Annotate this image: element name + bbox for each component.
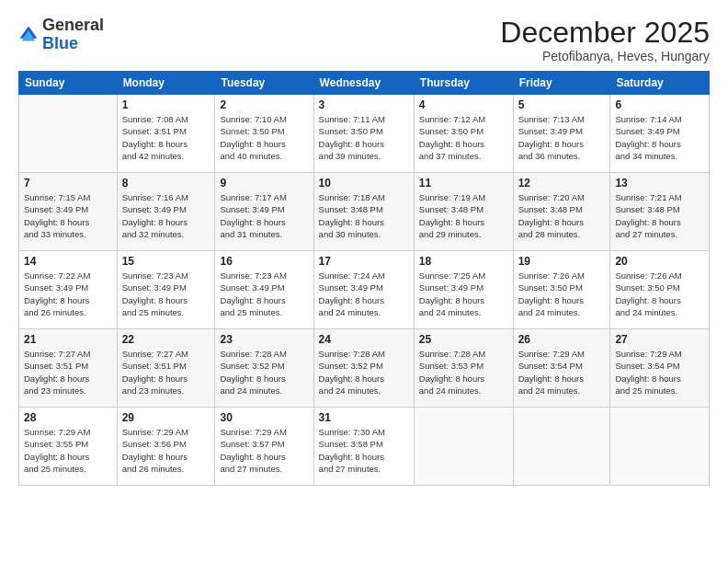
day-number: 15 bbox=[122, 255, 210, 268]
day-info: Sunrise: 7:23 AM Sunset: 3:49 PM Dayligh… bbox=[122, 270, 210, 318]
calendar-cell: 15Sunrise: 7:23 AM Sunset: 3:49 PM Dayli… bbox=[117, 251, 215, 329]
calendar-header: SundayMondayTuesdayWednesdayThursdayFrid… bbox=[19, 72, 710, 95]
location-subtitle: Petofibanya, Heves, Hungary bbox=[500, 49, 710, 63]
week-row-2: 14Sunrise: 7:22 AM Sunset: 3:49 PM Dayli… bbox=[19, 251, 710, 329]
calendar-body: 1Sunrise: 7:08 AM Sunset: 3:51 PM Daylig… bbox=[19, 95, 710, 486]
day-info: Sunrise: 7:10 AM Sunset: 3:50 PM Dayligh… bbox=[220, 113, 308, 162]
day-number: 9 bbox=[220, 177, 308, 190]
day-number: 3 bbox=[319, 98, 409, 111]
calendar-cell: 10Sunrise: 7:18 AM Sunset: 3:48 PM Dayli… bbox=[313, 173, 414, 251]
logo-icon bbox=[18, 25, 39, 45]
calendar-cell: 20Sunrise: 7:26 AM Sunset: 3:50 PM Dayli… bbox=[610, 251, 710, 329]
weekday-header-saturday: Saturday bbox=[610, 72, 710, 95]
day-number: 6 bbox=[615, 98, 704, 111]
calendar-cell: 3Sunrise: 7:11 AM Sunset: 3:50 PM Daylig… bbox=[313, 95, 414, 173]
day-info: Sunrise: 7:27 AM Sunset: 3:51 PM Dayligh… bbox=[24, 348, 112, 396]
calendar-cell: 13Sunrise: 7:21 AM Sunset: 3:48 PM Dayli… bbox=[610, 173, 710, 251]
week-row-4: 28Sunrise: 7:29 AM Sunset: 3:55 PM Dayli… bbox=[19, 408, 710, 486]
calendar-cell: 21Sunrise: 7:27 AM Sunset: 3:51 PM Dayli… bbox=[19, 329, 118, 408]
calendar-cell bbox=[610, 408, 710, 486]
calendar-cell: 31Sunrise: 7:30 AM Sunset: 3:58 PM Dayli… bbox=[313, 408, 414, 486]
calendar-cell: 1Sunrise: 7:08 AM Sunset: 3:51 PM Daylig… bbox=[117, 95, 215, 173]
calendar-cell: 24Sunrise: 7:28 AM Sunset: 3:52 PM Dayli… bbox=[313, 329, 414, 408]
day-number: 29 bbox=[122, 411, 210, 424]
day-info: Sunrise: 7:16 AM Sunset: 3:49 PM Dayligh… bbox=[122, 191, 210, 240]
day-info: Sunrise: 7:29 AM Sunset: 3:55 PM Dayligh… bbox=[24, 426, 112, 475]
day-info: Sunrise: 7:30 AM Sunset: 3:58 PM Dayligh… bbox=[319, 426, 409, 475]
day-info: Sunrise: 7:12 AM Sunset: 3:50 PM Dayligh… bbox=[419, 113, 508, 162]
day-info: Sunrise: 7:18 AM Sunset: 3:48 PM Dayligh… bbox=[319, 191, 409, 240]
day-number: 31 bbox=[319, 411, 409, 424]
day-number: 25 bbox=[419, 333, 508, 346]
logo-text: General Blue bbox=[42, 17, 104, 53]
calendar-cell bbox=[513, 408, 610, 486]
day-info: Sunrise: 7:28 AM Sunset: 3:53 PM Dayligh… bbox=[419, 348, 508, 396]
day-info: Sunrise: 7:11 AM Sunset: 3:50 PM Dayligh… bbox=[319, 113, 409, 162]
title-block: December 2025 Petofibanya, Heves, Hungar… bbox=[500, 17, 710, 63]
day-number: 18 bbox=[419, 255, 508, 268]
weekday-header-wednesday: Wednesday bbox=[313, 72, 414, 95]
calendar-cell: 6Sunrise: 7:14 AM Sunset: 3:49 PM Daylig… bbox=[610, 95, 710, 173]
day-number: 19 bbox=[518, 255, 606, 268]
calendar-cell: 29Sunrise: 7:29 AM Sunset: 3:56 PM Dayli… bbox=[117, 408, 215, 486]
calendar-cell: 19Sunrise: 7:26 AM Sunset: 3:50 PM Dayli… bbox=[513, 251, 610, 329]
weekday-header-tuesday: Tuesday bbox=[215, 72, 313, 95]
week-row-1: 7Sunrise: 7:15 AM Sunset: 3:49 PM Daylig… bbox=[19, 173, 710, 251]
weekday-header-sunday: Sunday bbox=[19, 72, 118, 95]
day-info: Sunrise: 7:20 AM Sunset: 3:48 PM Dayligh… bbox=[518, 191, 606, 240]
day-number: 12 bbox=[518, 177, 606, 190]
day-info: Sunrise: 7:28 AM Sunset: 3:52 PM Dayligh… bbox=[319, 348, 409, 396]
day-number: 20 bbox=[615, 255, 704, 268]
day-number: 23 bbox=[220, 333, 308, 346]
day-number: 30 bbox=[220, 411, 308, 424]
day-number: 27 bbox=[615, 333, 704, 346]
day-number: 2 bbox=[220, 98, 308, 111]
page: General Blue December 2025 Petofibanya, … bbox=[0, 0, 728, 563]
day-number: 8 bbox=[122, 177, 210, 190]
day-info: Sunrise: 7:26 AM Sunset: 3:50 PM Dayligh… bbox=[615, 270, 704, 318]
calendar-cell bbox=[414, 408, 513, 486]
day-number: 22 bbox=[122, 333, 210, 346]
calendar-cell: 2Sunrise: 7:10 AM Sunset: 3:50 PM Daylig… bbox=[215, 95, 313, 173]
week-row-0: 1Sunrise: 7:08 AM Sunset: 3:51 PM Daylig… bbox=[19, 95, 710, 173]
logo-general: General bbox=[42, 16, 104, 34]
day-info: Sunrise: 7:17 AM Sunset: 3:49 PM Dayligh… bbox=[220, 191, 308, 240]
day-info: Sunrise: 7:24 AM Sunset: 3:49 PM Dayligh… bbox=[319, 270, 409, 318]
calendar-cell: 30Sunrise: 7:29 AM Sunset: 3:57 PM Dayli… bbox=[215, 408, 313, 486]
calendar-cell: 18Sunrise: 7:25 AM Sunset: 3:49 PM Dayli… bbox=[414, 251, 513, 329]
day-number: 17 bbox=[319, 255, 409, 268]
day-number: 28 bbox=[24, 411, 112, 424]
day-info: Sunrise: 7:29 AM Sunset: 3:54 PM Dayligh… bbox=[518, 348, 606, 396]
calendar-cell: 8Sunrise: 7:16 AM Sunset: 3:49 PM Daylig… bbox=[117, 173, 215, 251]
day-number: 21 bbox=[24, 333, 112, 346]
calendar-cell: 25Sunrise: 7:28 AM Sunset: 3:53 PM Dayli… bbox=[414, 329, 513, 408]
weekday-header-thursday: Thursday bbox=[414, 72, 513, 95]
day-info: Sunrise: 7:08 AM Sunset: 3:51 PM Dayligh… bbox=[122, 113, 210, 162]
weekday-row: SundayMondayTuesdayWednesdayThursdayFrid… bbox=[19, 72, 710, 95]
calendar-cell: 7Sunrise: 7:15 AM Sunset: 3:49 PM Daylig… bbox=[19, 173, 118, 251]
calendar-cell: 4Sunrise: 7:12 AM Sunset: 3:50 PM Daylig… bbox=[414, 95, 513, 173]
day-number: 11 bbox=[419, 177, 508, 190]
day-info: Sunrise: 7:26 AM Sunset: 3:50 PM Dayligh… bbox=[518, 270, 606, 318]
calendar-cell: 26Sunrise: 7:29 AM Sunset: 3:54 PM Dayli… bbox=[513, 329, 610, 408]
day-info: Sunrise: 7:25 AM Sunset: 3:49 PM Dayligh… bbox=[419, 270, 508, 318]
calendar-cell: 17Sunrise: 7:24 AM Sunset: 3:49 PM Dayli… bbox=[313, 251, 414, 329]
logo: General Blue bbox=[18, 17, 104, 53]
day-number: 1 bbox=[122, 98, 210, 111]
calendar-cell: 11Sunrise: 7:19 AM Sunset: 3:48 PM Dayli… bbox=[414, 173, 513, 251]
day-number: 14 bbox=[24, 255, 112, 268]
day-number: 16 bbox=[220, 255, 308, 268]
day-number: 10 bbox=[319, 177, 409, 190]
day-number: 24 bbox=[319, 333, 409, 346]
day-info: Sunrise: 7:19 AM Sunset: 3:48 PM Dayligh… bbox=[419, 191, 508, 240]
calendar: SundayMondayTuesdayWednesdayThursdayFrid… bbox=[18, 71, 710, 486]
weekday-header-friday: Friday bbox=[513, 72, 610, 95]
weekday-header-monday: Monday bbox=[117, 72, 215, 95]
day-info: Sunrise: 7:29 AM Sunset: 3:56 PM Dayligh… bbox=[122, 426, 210, 475]
day-info: Sunrise: 7:21 AM Sunset: 3:48 PM Dayligh… bbox=[615, 191, 704, 240]
calendar-cell: 22Sunrise: 7:27 AM Sunset: 3:51 PM Dayli… bbox=[117, 329, 215, 408]
day-info: Sunrise: 7:22 AM Sunset: 3:49 PM Dayligh… bbox=[24, 270, 112, 318]
month-title: December 2025 bbox=[500, 17, 710, 49]
day-number: 5 bbox=[518, 98, 606, 111]
calendar-cell: 28Sunrise: 7:29 AM Sunset: 3:55 PM Dayli… bbox=[19, 408, 118, 486]
